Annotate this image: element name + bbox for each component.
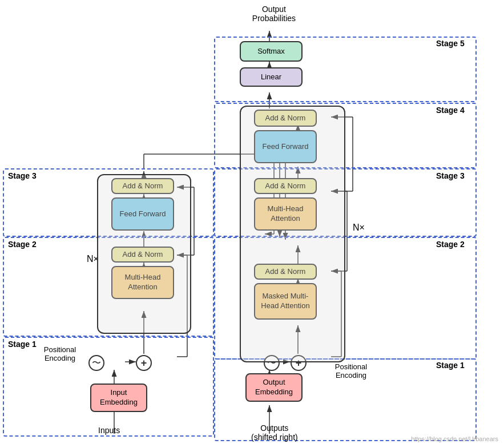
watermark: https://blog.csdn.net/Urbanears: [411, 435, 498, 442]
output-probs-label: Output Probabilities: [240, 5, 308, 23]
enc-plus-symbol: +: [136, 355, 152, 371]
stage4-label: Stage 4: [434, 106, 467, 115]
dec-output-embedding: Output Embedding: [245, 373, 303, 402]
stage5-label: Stage 5: [434, 39, 467, 48]
dec-positional-encoding-label: PositionalEncoding: [325, 362, 377, 380]
diagram-container: Output Probabilities Stage 5 Softmax Lin…: [0, 0, 504, 448]
enc-input-embedding: Input Embedding: [90, 384, 147, 412]
inputs-label: Inputs: [98, 426, 120, 435]
dec-stage3-label: Stage 3: [434, 171, 467, 180]
dec-stage2-label: Stage 2: [434, 240, 467, 249]
enc-group-box: [97, 174, 191, 334]
outputs-label: Outputs(shifted right): [251, 423, 298, 442]
enc-stage2-label: Stage 2: [6, 240, 39, 249]
enc-wave-symbol: 〜: [88, 355, 104, 371]
softmax-component: Softmax: [240, 41, 303, 62]
dec-stage1-label: Stage 1: [434, 361, 467, 370]
dec-nx-label: N×: [353, 223, 365, 233]
enc-stage3-label: Stage 3: [6, 171, 39, 180]
dec-group-box: [240, 106, 345, 362]
enc-positional-encoding-label: PositionalEncoding: [34, 345, 86, 362]
linear-component: Linear: [240, 67, 303, 87]
